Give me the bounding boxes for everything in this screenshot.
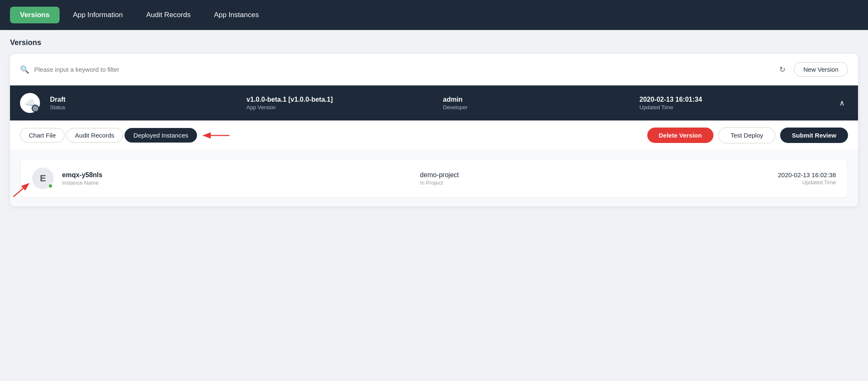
version-updated-time-block: 2020-02-13 16:01:34 Updated Time [639,96,826,110]
tab-audit-records[interactable]: Audit Records [66,128,123,143]
nav-tab-versions[interactable]: Versions [10,7,60,23]
arrow-deployed-indicator [200,129,234,142]
page-body: Versions 🔍 ↻ New Version ☁️ Draft Status… [0,30,868,215]
arrow-status-indicator [10,176,34,201]
nav-tab-app-instances[interactable]: App Instances [204,7,269,23]
instance-time-label: Updated Time [778,179,836,185]
version-icon: ☁️ [20,93,40,113]
instance-avatar: E [32,168,54,189]
instance-status-dot [48,183,53,188]
version-app-version-block: v1.0.0-beta.1 [v1.0.0-beta.1] App Versio… [247,96,433,110]
instance-project-label: In Project [420,180,769,186]
search-bar: 🔍 ↻ New Version [10,54,858,85]
search-icon: 🔍 [20,65,29,74]
instance-name: emqx-y58nls [62,171,412,179]
version-header: ☁️ Draft Status v1.0.0-beta.1 [v1.0.0-be… [10,85,858,120]
version-developer-block: admin Developer [443,96,630,110]
instance-project-name: demo-project [420,171,769,179]
version-status-label: Status [50,104,237,110]
version-developer-value: admin [443,96,630,103]
tab-chart-file[interactable]: Chart File [20,128,65,143]
version-status-block: Draft Status [50,96,237,110]
delete-version-button[interactable]: Delete Version [647,128,713,143]
submit-review-button[interactable]: Submit Review [780,128,848,143]
instance-avatar-letter: E [40,173,46,184]
nav-tab-audit-records[interactable]: Audit Records [136,7,201,23]
instance-name-label: Instance Name [62,180,412,186]
refresh-button[interactable]: ↻ [779,65,786,74]
nav-tab-app-information[interactable]: App Information [63,7,133,23]
version-app-version-label: App Version [247,104,433,110]
instance-name-block: emqx-y58nls Instance Name [62,171,412,186]
instance-card: E emqx-y58nls Instance Name demo-project… [20,159,848,198]
sub-tabs-row: Chart File Audit Records Deployed Instan… [10,120,858,150]
search-input[interactable] [34,66,774,73]
tab-deployed-instances[interactable]: Deployed Instances [125,128,197,143]
main-card: 🔍 ↻ New Version ☁️ Draft Status v1.0.0-b… [10,54,858,206]
svg-line-1 [13,184,28,197]
top-nav: Versions App Information Audit Records A… [0,0,868,30]
instance-project-block: demo-project In Project [420,171,769,186]
instances-area: E emqx-y58nls Instance Name demo-project… [10,150,858,206]
instance-time-block: 2020-02-13 16:02:38 Updated Time [778,171,836,185]
version-updated-time-value: 2020-02-13 16:01:34 [639,96,826,103]
version-app-version-value: v1.0.0-beta.1 [v1.0.0-beta.1] [247,96,433,103]
version-updated-time-label: Updated Time [639,104,826,110]
test-deploy-button[interactable]: Test Deploy [718,127,775,143]
version-status-value: Draft [50,96,237,103]
tabs-actions: Delete Version Test Deploy Submit Review [647,127,848,143]
page-title: Versions [10,38,858,47]
version-collapse-button[interactable]: ∧ [836,97,848,109]
instance-time-value: 2020-02-13 16:02:38 [778,171,836,178]
version-developer-label: Developer [443,104,630,110]
new-version-button[interactable]: New Version [794,62,848,77]
